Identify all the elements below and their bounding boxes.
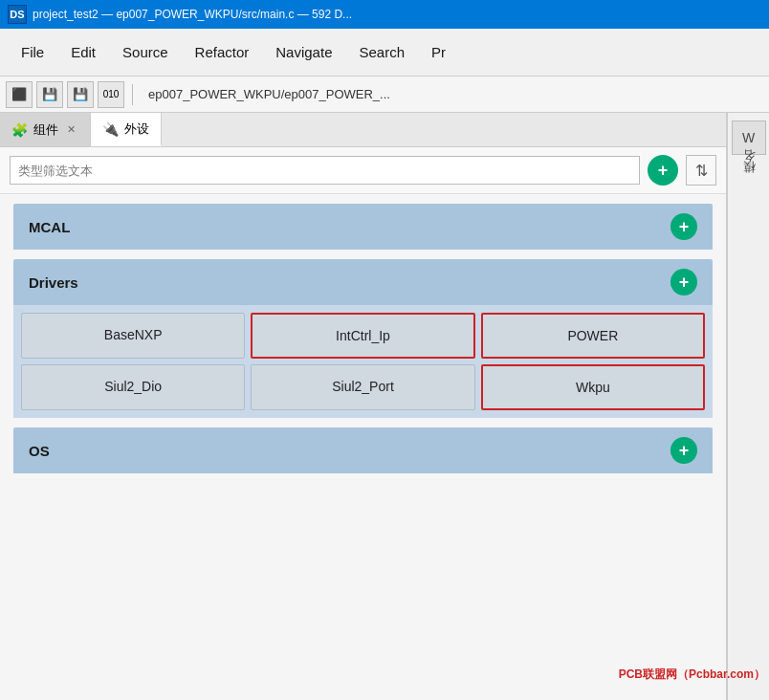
menu-item-navigate[interactable]: Navigate	[262, 31, 345, 74]
toolbar-save-btn[interactable]: 💾	[36, 81, 63, 108]
menu-item-pr[interactable]: Pr	[418, 31, 459, 74]
peripherals-tab-icon: 🔌	[102, 121, 119, 137]
menu-item-refactor[interactable]: Refactor	[182, 31, 263, 74]
category-drivers-add-button[interactable]: +	[670, 269, 697, 295]
item-siul2-dio[interactable]: Siul2_Dio	[21, 364, 245, 410]
toolbar-binary-btn[interactable]: 010	[98, 81, 124, 108]
category-drivers-label: Drivers	[29, 274, 78, 291]
category-drivers: Drivers + BaseNXP IntCtrl_Ip POWER Siul2…	[13, 259, 713, 418]
category-mcal-add-button[interactable]: +	[670, 213, 697, 240]
filter-sort-button[interactable]: ⇅	[686, 155, 716, 186]
right-panel-w-button[interactable]: W	[732, 120, 766, 155]
category-mcal-label: MCAL	[29, 219, 70, 235]
menu-bar: FileEditSourceRefactorNavigateSearchPr	[0, 29, 769, 77]
item-power[interactable]: POWER	[481, 313, 705, 359]
category-os-label: OS	[29, 443, 50, 459]
tab-peripherals[interactable]: 🔌 外设	[91, 113, 162, 146]
toolbar-separator	[132, 84, 133, 105]
title-text: project_test2 — ep007_POWER_WKPU/src/mai…	[33, 8, 352, 21]
category-mcal-header: MCAL +	[13, 204, 713, 250]
title-bar: DS project_test2 — ep007_POWER_WKPU/src/…	[0, 0, 769, 29]
menu-item-file[interactable]: File	[8, 31, 57, 74]
menu-item-source[interactable]: Source	[109, 31, 182, 74]
item-intctrl-ip[interactable]: IntCtrl_Ip	[251, 313, 474, 359]
category-drivers-header: Drivers +	[13, 259, 713, 305]
right-panel: W 名 模	[727, 113, 769, 700]
menu-item-edit[interactable]: Edit	[57, 31, 109, 74]
peripherals-tab-label: 外设	[124, 120, 149, 138]
toolbar-new-btn[interactable]: ⬛	[6, 81, 33, 108]
tab-components[interactable]: 🧩 组件 ✕	[0, 113, 91, 146]
app-icon: DS	[8, 5, 27, 24]
toolbar-save2-btn[interactable]: 💾	[67, 81, 94, 108]
filter-add-button[interactable]: +	[648, 155, 678, 186]
filter-input[interactable]	[10, 156, 640, 185]
drivers-grid: BaseNXP IntCtrl_Ip POWER Siul2_Dio Siul2…	[13, 305, 713, 418]
left-panel: 🧩 组件 ✕ 🔌 外设 + ⇅ MCAL +	[0, 113, 727, 700]
item-basenxp[interactable]: BaseNXP	[21, 313, 245, 359]
toolbar-path: ep007_POWER_WKPU/ep007_POWER_...	[148, 87, 390, 101]
item-siul2-port[interactable]: Siul2_Port	[251, 364, 474, 410]
toolbar: ⬛ 💾 💾 010 ep007_POWER_WKPU/ep007_POWER_.…	[0, 77, 769, 113]
content-area: MCAL + Drivers + BaseNXP IntCtrl_Ip	[0, 194, 726, 700]
item-wkpu[interactable]: Wkpu	[481, 364, 705, 410]
components-tab-label: 组件	[33, 121, 58, 139]
tab-bar: 🧩 组件 ✕ 🔌 外设	[0, 113, 726, 147]
category-mcal: MCAL +	[13, 204, 713, 250]
components-tab-icon: 🧩	[11, 122, 28, 138]
category-os-add-button[interactable]: +	[670, 437, 697, 464]
filter-bar: + ⇅	[0, 147, 726, 194]
category-os-header: OS +	[13, 427, 713, 473]
main-layout: 🧩 组件 ✕ 🔌 外设 + ⇅ MCAL +	[0, 113, 769, 700]
category-os: OS +	[13, 427, 713, 473]
components-tab-close[interactable]: ✕	[64, 122, 78, 137]
menu-item-search[interactable]: Search	[345, 31, 418, 74]
watermark: PCB联盟网（Pcbbar.com）	[619, 667, 765, 683]
